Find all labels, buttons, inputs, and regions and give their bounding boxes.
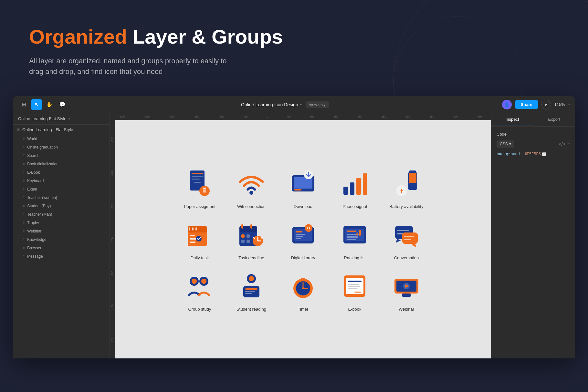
icon-label-library: Digital library [291,255,315,260]
svg-rect-48 [309,227,310,229]
svg-point-76 [302,287,304,289]
hash-icon: ⊞ [17,128,20,132]
icon-cell-group: Group study [177,270,222,312]
svg-rect-27 [190,235,195,236]
svg-rect-2 [192,176,203,177]
svg-rect-28 [190,238,197,240]
icon-conversation [390,219,423,251]
layer-item[interactable]: #Student (Boy) [13,202,110,210]
select-tool-button[interactable]: ↖ [31,99,42,110]
svg-rect-35 [241,234,245,238]
svg-rect-16 [356,178,361,195]
svg-rect-83 [354,292,361,293]
code-menu-icon[interactable]: ≡ [567,141,570,147]
comment-tool-button[interactable]: 💬 [57,99,68,110]
zoom-indicator[interactable]: 115% [554,102,565,107]
icon-ebook [339,270,371,302]
svg-rect-60 [402,232,418,244]
layer-item[interactable]: #Teacher (Man) [13,210,110,219]
code-lang-selector[interactable]: CSS ▾ [497,140,514,148]
project-name[interactable]: Online Learning Icon Design ▾ [241,102,302,107]
hash-icon: # [23,196,25,200]
hand-tool-button[interactable]: ✋ [44,99,55,110]
right-panel: Inspect Export Code CSS ▾ </> ≡ backgrou… [491,113,575,358]
hash-icon: # [23,162,25,166]
canvas-content[interactable]: Paper assigment [115,120,491,358]
icon-label-paper: Paper assigment [184,204,215,209]
play-button[interactable]: ▶ [541,100,551,109]
layer-item[interactable]: #World [13,135,110,143]
layer-item[interactable]: #Browser [13,244,110,252]
toolbar-right: 👤 Share ▶ 115% ▾ [502,100,570,109]
code-block: background: #E5E5E5 [497,151,570,158]
svg-rect-34 [250,224,252,229]
svg-rect-17 [363,173,367,195]
panel-section-title: Code [497,132,570,137]
layer-item[interactable]: #Online graduation [13,143,110,151]
share-button[interactable]: Share [515,100,538,109]
svg-rect-38 [247,240,250,243]
sidebar-layers[interactable]: ⊞ Online Learning - Flat Style #World #O… [13,125,110,358]
icon-library [287,219,319,251]
layer-item[interactable]: #Search [13,151,110,160]
icon-cell-battery: Battery availability [384,167,429,209]
hash-icon: # [23,238,25,242]
panel-tabs: Inspect Export [491,113,575,127]
icon-battery [390,167,423,200]
svg-rect-62 [404,239,411,240]
layer-item[interactable]: #Teacher (women) [13,193,110,202]
svg-rect-82 [348,288,358,289]
svg-rect-37 [241,240,245,243]
code-view-icon[interactable]: </> [559,141,565,147]
layer-item[interactable]: #Message [13,252,110,261]
svg-rect-1 [192,173,203,174]
layer-item[interactable]: #Book digitalization [13,160,110,168]
icon-cell-signal: Phone signal [332,167,377,209]
layer-item[interactable]: #Knowledge [13,235,110,244]
icon-label-reading: Student reading [236,307,266,312]
layer-item[interactable]: #Webinar [13,227,110,235]
svg-rect-75 [301,278,305,280]
icon-label-signal: Phone signal [342,204,367,209]
svg-rect-26 [195,227,197,231]
icon-cell-ebook: E-book [332,270,377,312]
layer-item[interactable]: #Exam [13,185,110,193]
layer-group-header[interactable]: ⊞ Online Learning - Flat Style [13,125,110,135]
hash-icon: # [23,137,25,141]
svg-rect-5 [203,190,206,191]
svg-rect-43 [296,234,305,235]
icon-reading [235,270,268,302]
icon-label-conversation: Conversation [394,255,419,260]
icon-daily [184,219,216,251]
color-swatch[interactable] [542,152,546,156]
svg-point-66 [201,279,206,284]
sidebar-breadcrumb: Online Learning Flat Style ▾ [13,113,110,125]
svg-rect-23 [188,226,207,232]
layer-item[interactable]: #E-Book [13,168,110,177]
svg-rect-20 [409,173,416,183]
icon-label-webinar2: Webinar [399,307,414,312]
hero-subtitle: All layer are organized, named and group… [29,56,268,77]
svg-rect-8 [194,182,201,183]
hash-icon: # [23,145,25,149]
code-row: CSS ▾ </> ≡ [497,140,570,148]
grid-tool-button[interactable]: ⊞ [18,99,29,110]
tab-export[interactable]: Export [533,113,575,126]
layer-item[interactable]: #Keyboard [13,177,110,185]
layer-item[interactable]: #Trophy [13,219,110,227]
icon-label-ebook: E-book [348,307,361,312]
svg-rect-19 [409,170,416,173]
svg-rect-3 [192,179,200,180]
svg-rect-47 [307,227,308,229]
canvas-ruler-left: -350 -300 -250 -200 -150 -100 -50 [110,120,115,358]
hash-icon: # [23,212,25,216]
zoom-chevron-icon[interactable]: ▾ [568,103,570,106]
tab-inspect[interactable]: Inspect [491,113,533,126]
hash-icon: # [23,187,25,191]
icon-cell-conversation: Conversation [384,219,429,260]
svg-point-30 [196,236,202,242]
canvas-with-ruler: -350 -300 -250 -200 -150 -100 -50 [110,120,491,358]
svg-rect-53 [347,236,358,238]
hash-icon: # [23,154,25,158]
svg-rect-55 [359,230,361,236]
